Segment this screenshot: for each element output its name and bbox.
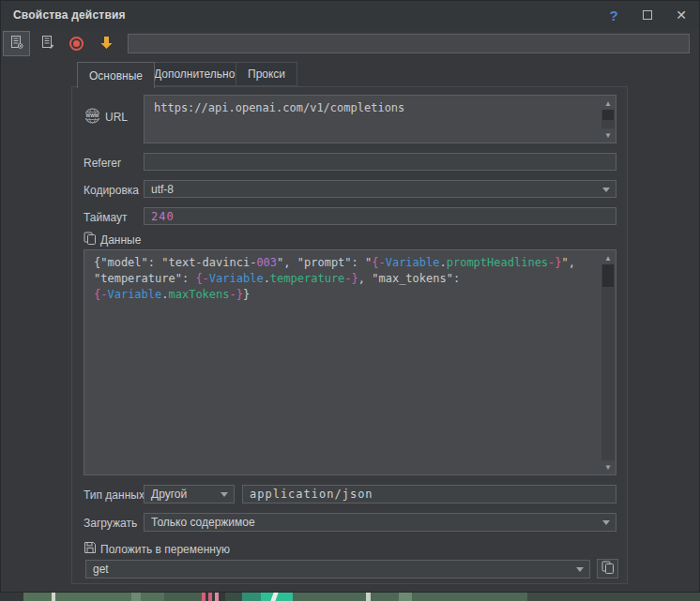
output-var-select[interactable]: get: [85, 560, 590, 578]
globe-www-icon: WWW: [84, 107, 101, 128]
encoding-label: Кодировка: [84, 184, 139, 197]
window-controls: ? ✕: [603, 1, 692, 29]
url-scrollbar[interactable]: ▲ ▼: [601, 97, 615, 142]
maximize-icon: [643, 10, 652, 20]
chevron-down-icon: [602, 520, 610, 525]
data-type-value: Другой: [151, 488, 187, 501]
maximize-button[interactable]: [637, 5, 658, 25]
action-settings-button[interactable]: [3, 31, 30, 56]
down-arrow-icon: [99, 35, 114, 53]
tab-proxy[interactable]: Прокси: [236, 62, 297, 86]
action-properties-window: Свойства действия ? ✕: [0, 0, 700, 601]
load-mode-select[interactable]: Только содержимое: [144, 513, 616, 532]
url-textarea[interactable]: https://api.openai.com/v1/completions ▲ …: [144, 95, 616, 143]
content-type-input[interactable]: [242, 485, 616, 503]
data-type-label: Тип данных: [84, 488, 145, 502]
close-button[interactable]: ✕: [671, 5, 692, 25]
data-label-text: Данные: [100, 233, 141, 247]
help-icon: ?: [609, 8, 617, 23]
data-scrollbar[interactable]: ▲ ▼: [601, 251, 615, 473]
tab-additional-label: Дополнительно: [154, 68, 235, 81]
scroll-up-icon[interactable]: ▲: [601, 97, 615, 110]
data-scrollbar-thumb[interactable]: [602, 264, 614, 287]
load-mode-value: Только содержимое: [151, 516, 255, 529]
toolbar: [1, 29, 699, 59]
chevron-down-icon: [576, 567, 584, 572]
timeout-input[interactable]: [144, 207, 616, 225]
scroll-up-icon[interactable]: ▲: [601, 251, 615, 264]
output-var-value: get: [93, 563, 109, 576]
referer-input[interactable]: [144, 153, 616, 171]
help-button[interactable]: ?: [603, 5, 624, 25]
url-label-text: URL: [105, 111, 128, 124]
data-value: {"model": "text-davinci-003", "prompt": …: [94, 255, 599, 303]
doc-gear-icon: [9, 35, 24, 53]
doc-pencil-icon: [40, 35, 55, 53]
chevron-down-icon: [221, 492, 228, 497]
output-var-label: Положить в переменную: [84, 541, 230, 557]
background-app-strip: [0, 593, 700, 601]
referer-label: Referer: [84, 157, 121, 170]
tab-main[interactable]: Основные: [77, 62, 155, 88]
action-edit-button[interactable]: [34, 31, 61, 56]
close-icon: ✕: [676, 8, 687, 23]
floppy-save-icon: [84, 541, 97, 557]
record-button[interactable]: [63, 31, 90, 56]
output-var-label-text: Положить в переменную: [100, 543, 230, 556]
dialog: Свойства действия ? ✕: [0, 0, 700, 593]
svg-text:WWW: WWW: [85, 113, 99, 118]
encoding-value: utf-8: [151, 183, 174, 196]
url-field-label: WWW URL: [84, 107, 128, 128]
load-mode-label: Загружать: [84, 517, 137, 530]
tab-main-label: Основные: [89, 69, 143, 83]
tab-additional[interactable]: Дополнительно: [142, 62, 247, 86]
tab-proxy-label: Прокси: [248, 68, 285, 81]
window-title: Свойства действия: [13, 8, 126, 22]
data-field-label: Данные: [84, 232, 141, 248]
copy-pages-icon: [601, 561, 615, 578]
url-scrollbar-thumb[interactable]: [602, 110, 614, 120]
data-textarea[interactable]: {"model": "text-davinci-003", "prompt": …: [84, 249, 616, 475]
data-type-select[interactable]: Другой: [144, 485, 235, 503]
scroll-down-icon[interactable]: ▼: [601, 460, 615, 473]
copy-variable-button[interactable]: [597, 559, 618, 578]
copy-pages-icon: [84, 232, 97, 248]
scroll-down-icon[interactable]: ▼: [601, 128, 615, 142]
titlebar: Свойства действия ? ✕: [1, 1, 699, 29]
chevron-down-icon: [602, 188, 610, 192]
timeout-label: Таймаут: [84, 211, 127, 224]
toolbar-search-input[interactable]: [128, 34, 690, 53]
record-icon: [69, 37, 84, 51]
url-value: https://api.openai.com/v1/completions: [154, 100, 599, 116]
download-button[interactable]: [93, 31, 120, 56]
encoding-select[interactable]: utf-8: [144, 180, 616, 198]
